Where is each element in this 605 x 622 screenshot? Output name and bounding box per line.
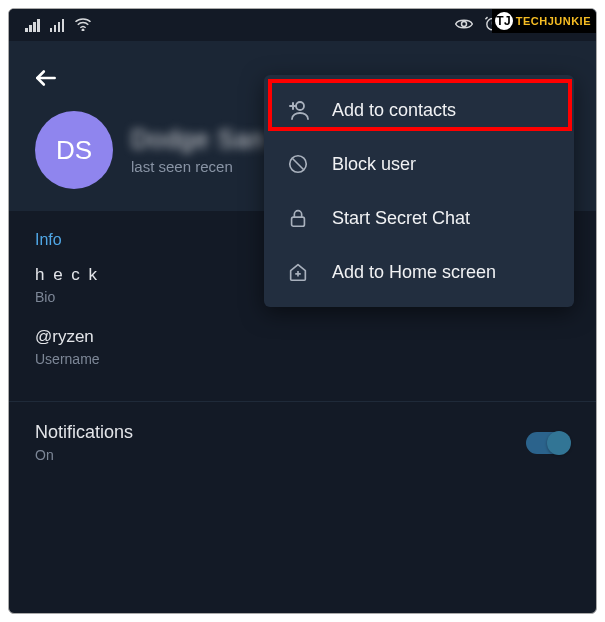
svg-point-1 (461, 21, 466, 26)
avatar[interactable]: DS (35, 111, 113, 189)
name-column: Dodge San last seen recen (131, 125, 265, 175)
menu-block-user[interactable]: Block user (264, 137, 574, 191)
menu-add-contacts[interactable]: Add to contacts (264, 83, 574, 137)
username-label: Username (35, 351, 570, 367)
toggle-knob (547, 431, 571, 455)
back-button[interactable] (29, 59, 63, 111)
notifications-toggle[interactable] (526, 432, 570, 454)
svg-rect-5 (292, 217, 305, 226)
eye-icon (454, 17, 474, 34)
notifications-title: Notifications (35, 422, 133, 443)
notifications-label-col: Notifications On (35, 422, 133, 463)
username-item[interactable]: @ryzen Username (35, 327, 570, 367)
menu-secret-chat-label: Start Secret Chat (332, 208, 470, 229)
lock-icon (286, 206, 310, 230)
svg-point-0 (82, 29, 84, 31)
menu-add-contacts-label: Add to contacts (332, 100, 456, 121)
block-icon (286, 152, 310, 176)
home-plus-icon (286, 260, 310, 284)
watermark-text: TECHJUNKIE (516, 15, 591, 27)
signal-icon (25, 19, 40, 32)
avatar-initials: DS (56, 135, 92, 166)
watermark-badge: TJ (495, 12, 513, 30)
watermark: TJ TECHJUNKIE (492, 9, 596, 33)
wifi-icon (74, 17, 92, 34)
overflow-menu: Add to contacts Block user Start Secret … (264, 75, 574, 307)
menu-home-screen[interactable]: Add to Home screen (264, 245, 574, 299)
menu-home-screen-label: Add to Home screen (332, 262, 496, 283)
username-value: @ryzen (35, 327, 570, 347)
status-left (25, 17, 92, 34)
add-contact-icon (286, 98, 310, 122)
menu-secret-chat[interactable]: Start Secret Chat (264, 191, 574, 245)
notifications-state: On (35, 447, 133, 463)
notifications-row[interactable]: Notifications On (9, 402, 596, 483)
app-frame: TJ TECHJUNKIE 67 5:30 DS (8, 8, 597, 614)
svg-point-3 (296, 102, 304, 110)
profile-name: Dodge San (131, 125, 265, 154)
menu-block-user-label: Block user (332, 154, 416, 175)
last-seen-status: last seen recen (131, 158, 265, 175)
signal-icon-2 (50, 19, 65, 32)
